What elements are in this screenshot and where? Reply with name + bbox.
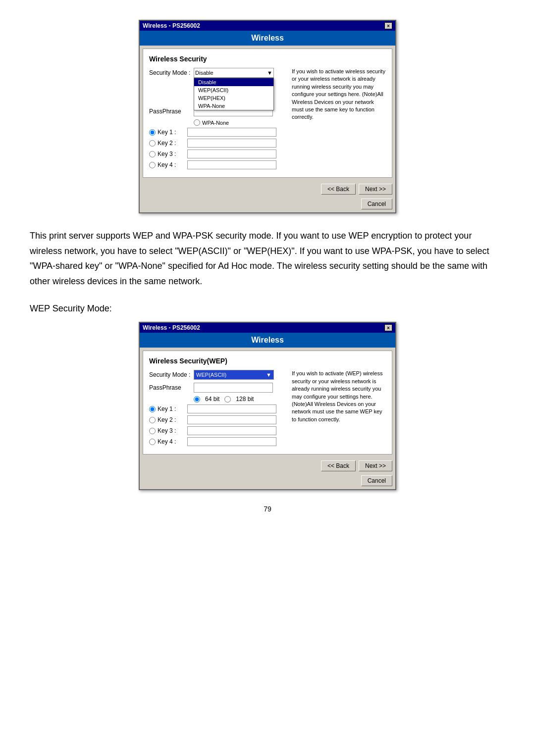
dialog1-header: Wireless (140, 31, 395, 46)
d2-key3-row: Key 3 : (149, 426, 287, 435)
d2-key1-input[interactable] (187, 404, 276, 413)
dialog2-cancel-button[interactable]: Cancel (361, 475, 392, 486)
body-text: This print server supports WEP and WPA-P… (30, 228, 505, 289)
d2-key3-label: Key 3 : (158, 427, 187, 434)
dialog1-sidebar-text: If you wish to activate wireless securit… (292, 68, 386, 171)
key3-row: Key 3 : (149, 150, 287, 158)
key1-row: Key 1 : (149, 128, 287, 137)
security-mode-label: Security Mode : (149, 69, 194, 76)
dialog1-close-button[interactable]: × (384, 22, 392, 29)
wpa-radio[interactable] (194, 119, 200, 126)
security-dropdown-popup[interactable]: Disable WEP(ASCII) WEP(HEX) WPA-None (194, 78, 274, 110)
d2-key4-label: Key 4 : (158, 438, 187, 445)
d2-key4-input[interactable] (187, 437, 276, 446)
d2-security-mode-select[interactable]: WEP(ASCII) ▼ (194, 370, 274, 380)
bit64-radio[interactable] (194, 396, 200, 403)
security-mode-select[interactable]: Disable ▼ (194, 68, 274, 78)
dialog1-next-button[interactable]: Next >> (359, 184, 392, 195)
dialog2-header: Wireless (140, 333, 395, 348)
dialog2-section-title: Wireless Security(WEP) (149, 357, 386, 365)
dialog1-title: Wireless - PS256002 (143, 22, 200, 29)
wpa-radio-row: WPA-None (194, 119, 287, 126)
d2-key3-radio[interactable] (149, 428, 156, 434)
key4-radio[interactable] (149, 162, 156, 168)
d2-dropdown-arrow-icon: ▼ (266, 372, 271, 378)
d2-key1-radio[interactable] (149, 406, 156, 412)
key1-radio[interactable] (149, 129, 156, 136)
dropdown-option-wpa-none[interactable]: WPA-None (194, 102, 273, 110)
dialog2-title: Wireless - PS256002 (143, 324, 200, 331)
passphrase-label: PassPhrase (149, 108, 194, 115)
dialog2-back-button[interactable]: << Back (321, 460, 356, 471)
bit128-radio[interactable] (224, 396, 231, 403)
key1-label: Key 1 : (158, 129, 187, 136)
d2-passphrase-row: PassPhrase (149, 383, 287, 393)
security-mode-value: Disable (195, 70, 214, 76)
d2-passphrase-input[interactable] (194, 383, 273, 393)
security-mode-select-wrapper[interactable]: Disable ▼ Disable WEP(ASCII) WEP(HEX) WP… (194, 68, 274, 78)
d2-security-mode-value: WEP(ASCII) (196, 372, 226, 378)
d2-passphrase-label: PassPhrase (149, 384, 194, 391)
dialog1-section-title: Wireless Security (149, 55, 386, 63)
key2-row: Key 2 : (149, 139, 287, 148)
section-heading: WEP Security Mode: (30, 303, 505, 314)
bit128-label: 128 bit (236, 396, 254, 403)
key3-label: Key 3 : (158, 151, 187, 157)
d2-key3-input[interactable] (187, 426, 276, 435)
page-number: 79 (30, 505, 505, 513)
dropdown-arrow-icon: ▼ (267, 70, 272, 76)
d2-security-mode-label: Security Mode : (149, 371, 194, 378)
dialog2-close-button[interactable]: × (384, 324, 392, 331)
key4-label: Key 4 : (158, 161, 187, 168)
dialog2-sidebar-text: If you wish to activate (WEP) wireless s… (292, 370, 386, 448)
d2-key2-row: Key 2 : (149, 415, 287, 424)
key2-label: Key 2 : (158, 140, 187, 147)
bitrate-row: 64 bit 128 bit (194, 396, 287, 403)
d2-key2-input[interactable] (187, 415, 276, 424)
d2-key1-row: Key 1 : (149, 404, 287, 413)
key4-input[interactable] (187, 160, 276, 169)
dialog2-cancel-row: Cancel (140, 473, 395, 489)
dropdown-option-wep-hex[interactable]: WEP(HEX) (194, 94, 273, 102)
d2-security-mode-select-wrapper[interactable]: WEP(ASCII) ▼ (194, 370, 274, 380)
bit64-label: 64 bit (205, 396, 219, 403)
d2-key4-radio[interactable] (149, 439, 156, 445)
dialog2-form: Security Mode : WEP(ASCII) ▼ PassPhrase (149, 370, 287, 448)
dropdown-option-disable[interactable]: Disable (194, 78, 273, 86)
dialog1-titlebar: Wireless - PS256002 × (140, 21, 395, 31)
d2-key4-row: Key 4 : (149, 437, 287, 446)
key2-input[interactable] (187, 139, 276, 148)
wpa-label: WPA-None (202, 120, 229, 126)
d2-key2-label: Key 2 : (158, 416, 187, 423)
key3-radio[interactable] (149, 151, 156, 157)
dialog2-titlebar: Wireless - PS256002 × (140, 323, 395, 333)
dialog1-body: Wireless Security Security Mode : Disabl… (143, 49, 392, 178)
key1-input[interactable] (187, 128, 276, 137)
d2-key1-label: Key 1 : (158, 405, 187, 412)
dialog1: Wireless - PS256002 × Wireless Wireless … (139, 20, 396, 213)
dialog2: Wireless - PS256002 × Wireless Wireless … (139, 322, 396, 490)
d2-security-mode-row: Security Mode : WEP(ASCII) ▼ (149, 370, 287, 380)
dialog2-next-button[interactable]: Next >> (359, 460, 392, 471)
key3-input[interactable] (187, 150, 276, 158)
key4-row: Key 4 : (149, 160, 287, 169)
dialog2-footer: << Back Next >> (140, 457, 395, 473)
dialog2-body: Wireless Security(WEP) Security Mode : W… (143, 351, 392, 454)
dialog1-cancel-row: Cancel (140, 197, 395, 212)
dropdown-option-wep-ascii[interactable]: WEP(ASCII) (194, 86, 273, 94)
d2-key2-radio[interactable] (149, 417, 156, 423)
dialog1-back-button[interactable]: << Back (321, 184, 356, 195)
dialog1-footer: << Back Next >> (140, 181, 395, 197)
dialog1-cancel-button[interactable]: Cancel (361, 199, 392, 209)
dialog1-form: Security Mode : Disable ▼ Disable WEP(AS… (149, 68, 287, 171)
security-mode-row: Security Mode : Disable ▼ Disable WEP(AS… (149, 68, 287, 78)
key2-radio[interactable] (149, 140, 156, 147)
